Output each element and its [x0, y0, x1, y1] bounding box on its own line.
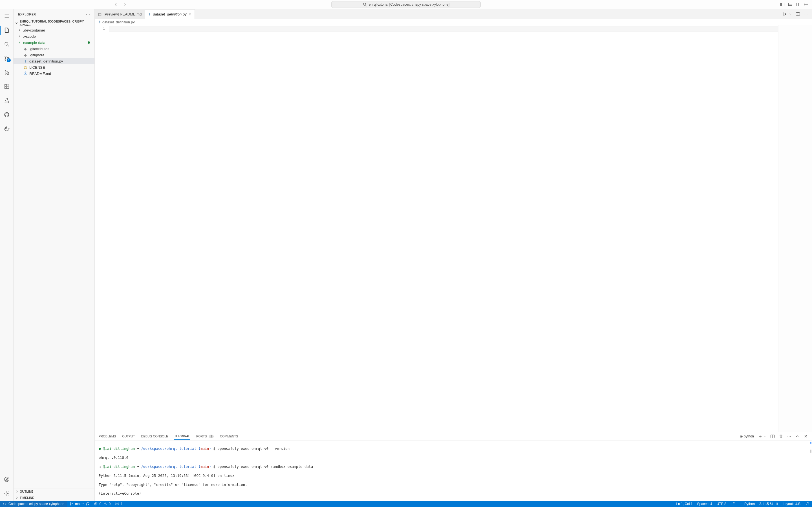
settings-gear-button[interactable]	[2, 489, 11, 498]
explorer-view-button[interactable]	[2, 25, 11, 35]
bottom-panel: PROBLEMS OUTPUT DEBUG CONSOLE TERMINAL P…	[95, 432, 812, 501]
python-file-icon: ⚕	[23, 59, 28, 63]
extensions-view-button[interactable]	[2, 82, 11, 91]
maximize-panel-icon[interactable]	[795, 434, 800, 439]
python-file-icon: ⚕	[149, 12, 151, 16]
svg-rect-14	[4, 87, 6, 89]
problems-indicator[interactable]: 0 0	[92, 501, 113, 507]
search-view-button[interactable]	[2, 40, 11, 49]
file-tree: .devcontainer .vscode example-data ◆ .gi…	[13, 27, 94, 488]
toggle-panel-icon[interactable]	[788, 2, 793, 7]
kill-terminal-icon[interactable]	[779, 434, 783, 439]
notifications-button[interactable]	[804, 501, 812, 507]
tree-folder[interactable]: .devcontainer	[13, 27, 94, 33]
info-file-icon: ⓘ	[23, 71, 28, 76]
folder-root-header[interactable]: EHRQL-TUTORIAL [CODESPACES: CRISPY SPAC.…	[13, 19, 94, 27]
new-terminal-dropdown-icon[interactable]	[763, 435, 766, 438]
split-terminal-icon[interactable]	[770, 434, 775, 439]
panel-tab-comments[interactable]: COMMENTS	[220, 433, 238, 440]
panel-tab-ports[interactable]: PORTS 1	[196, 433, 214, 440]
run-debug-view-button[interactable]	[2, 68, 11, 77]
source-control-view-button[interactable]: 6	[2, 54, 11, 63]
encoding-indicator[interactable]: UTF-8	[714, 501, 728, 507]
panel-tab-debug-console[interactable]: DEBUG CONSOLE	[141, 433, 168, 440]
toggle-primary-sidebar-icon[interactable]	[780, 2, 785, 7]
python-file-icon: ⚕	[99, 20, 101, 24]
svg-rect-16	[7, 84, 8, 86]
ports-indicator[interactable]: 1	[113, 501, 125, 507]
split-editor-icon[interactable]	[796, 12, 800, 16]
python-icon: ◉	[740, 434, 743, 438]
remote-indicator[interactable]: Codespaces: crispy space xylophone	[0, 501, 67, 507]
tree-file[interactable]: ⚖ LICENSE	[13, 64, 94, 70]
code-editor[interactable]	[109, 25, 778, 432]
tab-label: [Preview] README.md	[104, 12, 142, 16]
explorer-more-icon[interactable]: ⋯	[86, 12, 90, 17]
toggle-secondary-sidebar-icon[interactable]	[796, 2, 801, 7]
error-count: 0	[100, 502, 101, 506]
close-tab-icon[interactable]: ×	[189, 12, 191, 17]
outline-section-header[interactable]: OUTLINE	[13, 489, 94, 495]
run-file-button[interactable]	[783, 12, 787, 16]
menu-button[interactable]	[2, 11, 11, 20]
svg-rect-2	[781, 3, 782, 6]
line-number: 1	[95, 26, 105, 31]
language-mode-indicator[interactable]: Python	[737, 501, 757, 507]
timeline-section-header[interactable]: TIMELINE	[13, 495, 94, 501]
svg-rect-15	[7, 87, 8, 89]
testing-view-button[interactable]	[2, 96, 11, 105]
svg-rect-6	[799, 3, 800, 6]
minimap[interactable]	[778, 25, 812, 432]
breadcrumbs[interactable]: ⚕ dataset_definition.py	[95, 19, 812, 25]
tree-item-label: .gitattributes	[29, 47, 49, 51]
cursor-position[interactable]: Ln 1, Col 1	[674, 501, 695, 507]
svg-point-32	[116, 503, 117, 504]
close-panel-icon[interactable]	[804, 434, 808, 439]
terminal-scroll-indicator	[810, 442, 811, 444]
terminal[interactable]: ● @iaindillingham ➜ /workspaces/ehrql-tu…	[95, 441, 812, 501]
panel-more-icon[interactable]: ⋯	[787, 434, 791, 439]
panel-tab-output[interactable]: OUTPUT	[122, 433, 135, 440]
terminal-kind-selector[interactable]: ◉ python	[740, 434, 754, 438]
svg-point-29	[70, 504, 71, 505]
editor-tab[interactable]: ▤ [Preview] README.md	[95, 9, 145, 19]
tree-file[interactable]: ◆ .gitattributes	[13, 46, 94, 52]
svg-rect-4	[789, 5, 792, 6]
nav-forward-button[interactable]	[122, 1, 128, 8]
svg-rect-22	[6, 127, 7, 128]
github-view-button[interactable]	[2, 110, 11, 119]
sync-icon[interactable]	[86, 502, 89, 506]
ports-count: 1	[121, 502, 123, 506]
tree-folder[interactable]: .vscode	[13, 33, 94, 40]
branch-indicator[interactable]: main*	[67, 501, 92, 507]
customize-layout-icon[interactable]	[804, 2, 809, 7]
panel-tab-problems[interactable]: PROBLEMS	[99, 433, 116, 440]
run-dropdown-icon[interactable]	[789, 13, 792, 15]
terminal-scrollbar[interactable]	[810, 450, 811, 453]
folder-root-label: EHRQL-TUTORIAL [CODESPACES: CRISPY SPAC.…	[20, 20, 93, 26]
editor-tab[interactable]: ⚕ dataset_definition.py ×	[145, 9, 195, 19]
editor-more-icon[interactable]: ⋯	[804, 12, 808, 16]
indentation-indicator[interactable]: Spaces: 4	[695, 501, 714, 507]
new-terminal-button[interactable]	[758, 434, 762, 439]
keyboard-layout-indicator[interactable]: Layout: U.S.	[780, 501, 804, 507]
title-bar: ehrql-tutorial [Codespaces: crispy space…	[0, 0, 812, 9]
eol-indicator[interactable]: LF	[728, 501, 737, 507]
branch-name: main*	[75, 502, 84, 506]
tree-item-label: dataset_definition.py	[29, 59, 63, 63]
python-interpreter-indicator[interactable]: 3.11.5 64-bit	[757, 501, 780, 507]
docker-view-button[interactable]	[2, 124, 11, 133]
nav-back-button[interactable]	[113, 1, 119, 8]
outline-label: OUTLINE	[20, 490, 33, 493]
explorer-title: EXPLORER	[18, 13, 36, 16]
tree-file[interactable]: ◆ .gitignore	[13, 52, 94, 58]
panel-tab-terminal[interactable]: TERMINAL	[174, 433, 190, 440]
remote-label: Codespaces: crispy space xylophone	[8, 502, 64, 506]
tree-file[interactable]: ⓘ README.md	[13, 70, 94, 76]
editor-gutter: 1	[95, 25, 109, 432]
command-center-text: ehrql-tutorial [Codespaces: crispy space…	[369, 3, 449, 6]
command-center[interactable]: ehrql-tutorial [Codespaces: crispy space…	[331, 1, 481, 8]
tree-folder[interactable]: example-data	[13, 40, 94, 46]
accounts-button[interactable]	[2, 475, 11, 484]
tree-file[interactable]: ⚕ dataset_definition.py	[13, 58, 94, 64]
